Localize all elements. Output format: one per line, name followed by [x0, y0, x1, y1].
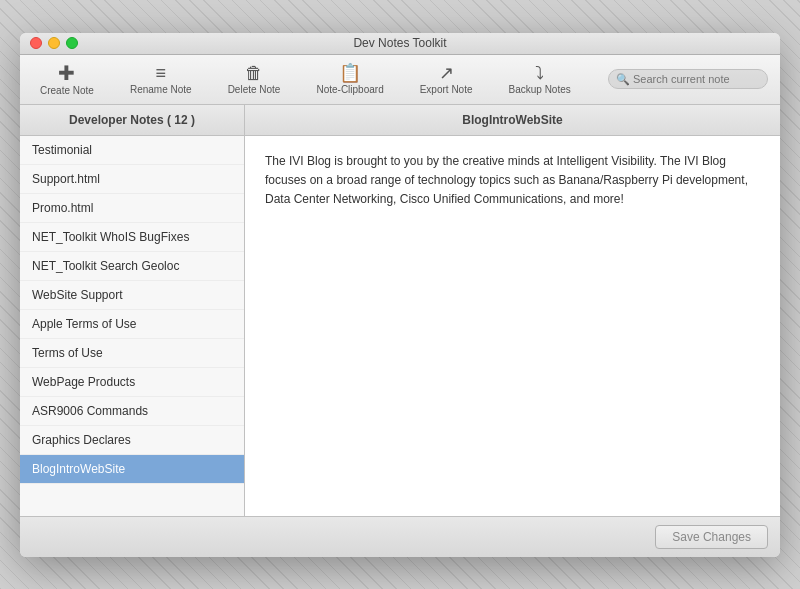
note-item[interactable]: WebSite Support: [20, 281, 244, 310]
delete-note-icon: 🗑: [245, 64, 263, 82]
search-container: 🔍: [608, 69, 768, 89]
traffic-lights: [30, 37, 78, 49]
export-note-icon: ↗: [439, 64, 454, 82]
rename-note-icon: ≡: [156, 64, 167, 82]
app-window: Dev Notes Toolkit ✚ Create Note ≡ Rename…: [20, 33, 780, 557]
export-note-button[interactable]: ↗ Export Note: [412, 62, 481, 97]
create-note-icon: ✚: [58, 63, 75, 83]
note-clipboard-icon: 📋: [339, 64, 361, 82]
note-item[interactable]: Terms of Use: [20, 339, 244, 368]
delete-note-label: Delete Note: [228, 84, 281, 95]
rename-note-button[interactable]: ≡ Rename Note: [122, 62, 200, 97]
note-clipboard-button[interactable]: 📋 Note-Clipboard: [308, 62, 391, 97]
main-area: Developer Notes ( 12 ) BlogIntroWebSite …: [20, 105, 780, 516]
note-item[interactable]: Promo.html: [20, 194, 244, 223]
search-input[interactable]: [608, 69, 768, 89]
notes-list: TestimonialSupport.htmlPromo.htmlNET_Too…: [20, 136, 245, 516]
toolbar-buttons: ✚ Create Note ≡ Rename Note 🗑 Delete Not…: [32, 61, 608, 98]
note-item[interactable]: Apple Terms of Use: [20, 310, 244, 339]
note-item[interactable]: NET_Toolkit WhoIS BugFixes: [20, 223, 244, 252]
window-title: Dev Notes Toolkit: [353, 36, 446, 50]
rename-note-label: Rename Note: [130, 84, 192, 95]
content-panel-header: BlogIntroWebSite: [245, 105, 780, 135]
content-area: TestimonialSupport.htmlPromo.htmlNET_Too…: [20, 136, 780, 516]
toolbar: ✚ Create Note ≡ Rename Note 🗑 Delete Not…: [20, 55, 780, 105]
note-content: The IVI Blog is brought to you by the cr…: [245, 136, 780, 516]
save-changes-button[interactable]: Save Changes: [655, 525, 768, 549]
footer: Save Changes: [20, 516, 780, 557]
note-item[interactable]: NET_Toolkit Search Geoloc: [20, 252, 244, 281]
note-item[interactable]: ASR9006 Commands: [20, 397, 244, 426]
title-bar: Dev Notes Toolkit: [20, 33, 780, 55]
note-item[interactable]: Support.html: [20, 165, 244, 194]
note-item[interactable]: Graphics Declares: [20, 426, 244, 455]
create-note-label: Create Note: [40, 85, 94, 96]
close-button[interactable]: [30, 37, 42, 49]
notes-panel-header: Developer Notes ( 12 ): [20, 105, 245, 135]
maximize-button[interactable]: [66, 37, 78, 49]
note-item[interactable]: WebPage Products: [20, 368, 244, 397]
create-note-button[interactable]: ✚ Create Note: [32, 61, 102, 98]
note-clipboard-label: Note-Clipboard: [316, 84, 383, 95]
backup-notes-label: Backup Notes: [509, 84, 571, 95]
notes-header: Developer Notes ( 12 ) BlogIntroWebSite: [20, 105, 780, 136]
delete-note-button[interactable]: 🗑 Delete Note: [220, 62, 289, 97]
note-body-text: The IVI Blog is brought to you by the cr…: [265, 152, 760, 210]
note-item[interactable]: Testimonial: [20, 136, 244, 165]
note-item[interactable]: BlogIntroWebSite: [20, 455, 244, 484]
export-note-label: Export Note: [420, 84, 473, 95]
minimize-button[interactable]: [48, 37, 60, 49]
backup-notes-icon: ⤵: [535, 64, 544, 82]
backup-notes-button[interactable]: ⤵ Backup Notes: [501, 62, 579, 97]
